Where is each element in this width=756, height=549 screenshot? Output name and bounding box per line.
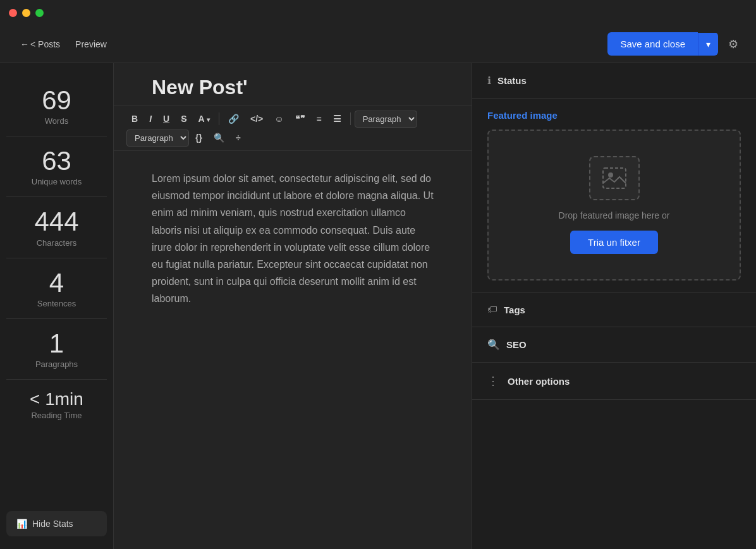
editor-area: New Post' B I U S A ▾ 🔗 </> ☺ ❝❞ ≡ ☰ Par…: [114, 63, 472, 549]
posts-nav-label: < Posts: [30, 39, 60, 49]
words-stat: 69 Words: [6, 76, 107, 136]
main-content: 69 Words 63 Unique words 444 Characters …: [0, 63, 756, 549]
unique-words-label: Unique words: [32, 177, 82, 186]
unique-words-stat: 63 Unique words: [6, 136, 107, 197]
right-panel: ℹ Status Featured image Drop featured im…: [472, 63, 756, 549]
traffic-light-yellow[interactable]: [22, 9, 30, 17]
info-icon: ℹ: [487, 75, 491, 87]
editor-title-bar: New Post': [114, 63, 472, 106]
italic-button[interactable]: I: [144, 110, 157, 128]
sentences-count: 4: [49, 268, 64, 298]
link-button[interactable]: 🔗: [223, 110, 244, 128]
topbar: ← < Posts Preview Save and close ▾ ⚙: [0, 25, 756, 63]
other-options-section[interactable]: ⋮ Other options: [472, 363, 756, 400]
paragraphs-count: 1: [49, 329, 64, 358]
align-icon: ≡: [317, 114, 322, 124]
menu-icon: ☰: [333, 114, 341, 124]
traffic-light-green[interactable]: [35, 9, 44, 17]
image-svg-icon: [602, 167, 627, 190]
unique-words-count: 63: [42, 147, 71, 176]
code-block-button[interactable]: {}: [190, 129, 207, 147]
seo-section[interactable]: 🔍 SEO: [472, 327, 756, 363]
back-arrow-icon: ←: [20, 39, 29, 49]
chevron-down-icon: ▾: [706, 39, 710, 49]
code-block-icon: {}: [195, 133, 202, 143]
status-section: ℹ Status: [472, 63, 756, 99]
traffic-light-red[interactable]: [9, 9, 17, 17]
settings-button[interactable]: ⚙: [723, 32, 743, 56]
image-drop-zone[interactable]: Drop featured image here or Tria un fitx…: [487, 130, 741, 281]
link-icon: 🔗: [228, 114, 239, 124]
seo-title: SEO: [506, 339, 527, 350]
save-dropdown-button[interactable]: ▾: [698, 33, 718, 56]
paragraphs-label: Paragraphs: [35, 359, 78, 369]
stats-sidebar: 69 Words 63 Unique words 444 Characters …: [0, 63, 114, 549]
code-icon: </>: [250, 114, 263, 124]
search-toolbar-button[interactable]: 🔍: [209, 129, 229, 147]
reading-time-stat: < 1min Reading Time: [6, 380, 107, 430]
topbar-actions: Save and close ▾ ⚙: [607, 32, 743, 56]
menu-button[interactable]: ☰: [328, 110, 346, 128]
featured-image-section: Featured image Drop featured image here …: [472, 99, 756, 293]
gear-icon: ⚙: [728, 38, 738, 51]
sentences-label: Sentences: [37, 299, 76, 308]
emoji-icon: ☺: [274, 114, 283, 124]
preview-label: Preview: [75, 39, 107, 49]
upload-image-button[interactable]: Tria un fitxer: [570, 231, 658, 254]
image-placeholder-icon: [589, 156, 640, 200]
status-title: Status: [497, 75, 527, 86]
strikethrough-button[interactable]: S: [176, 110, 192, 128]
svg-point-1: [608, 172, 613, 178]
toolbar-divider-1: [219, 112, 219, 125]
divide-button[interactable]: ÷: [231, 129, 246, 147]
bar-chart-icon: 📊: [16, 519, 27, 529]
paragraphs-stat: 1 Paragraphs: [6, 319, 107, 380]
toolbar-divider-2: [350, 112, 351, 125]
emoji-button[interactable]: ☺: [269, 110, 288, 128]
align-button[interactable]: ≡: [312, 110, 327, 128]
divide-icon: ÷: [236, 133, 241, 143]
characters-label: Characters: [37, 238, 77, 248]
reading-time-label: Reading Time: [31, 411, 82, 420]
tag-icon: 🏷: [487, 304, 497, 315]
bold-button[interactable]: B: [126, 110, 143, 128]
other-options-title: Other options: [508, 376, 570, 387]
tags-section[interactable]: 🏷 Tags: [472, 293, 756, 327]
featured-image-title: Featured image: [487, 110, 741, 121]
titlebar: [0, 0, 756, 25]
topbar-nav: ← < Posts Preview: [13, 35, 114, 53]
quote-button[interactable]: ❝❞: [290, 110, 310, 128]
post-title[interactable]: New Post': [152, 76, 248, 99]
words-count: 69: [42, 86, 71, 115]
back-to-posts[interactable]: ← < Posts: [13, 35, 68, 53]
editor-paragraph: Lorem ipsum dolor sit amet, consectetur …: [152, 170, 434, 308]
characters-stat: 444 Characters: [6, 197, 107, 258]
characters-count: 444: [34, 207, 78, 236]
format-select-wrap-1: Paragraph: [355, 111, 417, 128]
format-select-2[interactable]: Paragraph: [126, 130, 189, 147]
svg-rect-0: [603, 168, 626, 188]
preview-nav-item[interactable]: Preview: [68, 35, 114, 53]
format-select-wrap-2: Paragraph: [126, 130, 189, 147]
reading-time-count: < 1min: [30, 390, 83, 409]
underline-button[interactable]: U: [158, 110, 174, 128]
drop-text: Drop featured image here or: [559, 210, 670, 220]
search-toolbar-icon: 🔍: [214, 133, 224, 143]
quote-icon: ❝❞: [295, 114, 305, 124]
save-button-group: Save and close ▾: [607, 32, 718, 56]
format-select-1[interactable]: Paragraph: [355, 111, 417, 128]
font-color-button[interactable]: A ▾: [193, 110, 214, 128]
status-section-header[interactable]: ℹ Status: [487, 75, 741, 87]
editor-content[interactable]: Lorem ipsum dolor sit amet, consectetur …: [114, 151, 472, 549]
tags-title: Tags: [504, 305, 525, 315]
editor-toolbar: B I U S A ▾ 🔗 </> ☺ ❝❞ ≡ ☰ Paragraph Par…: [114, 106, 472, 151]
hide-stats-button[interactable]: 📊 Hide Stats: [6, 511, 107, 536]
hide-stats-label: Hide Stats: [32, 519, 73, 529]
code-button[interactable]: </>: [245, 110, 268, 128]
save-and-close-button[interactable]: Save and close: [607, 32, 698, 56]
seo-search-icon: 🔍: [487, 339, 500, 351]
sentences-stat: 4 Sentences: [6, 258, 107, 319]
words-label: Words: [45, 116, 68, 126]
dots-icon: ⋮: [487, 374, 499, 388]
